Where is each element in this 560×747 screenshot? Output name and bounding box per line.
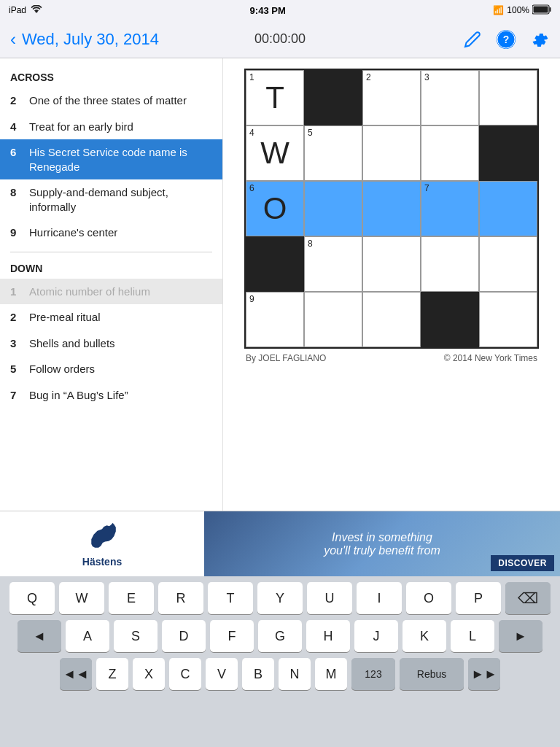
back-button[interactable]: ‹ <box>10 31 16 48</box>
clue-across-9[interactable]: 9 Hurricane's center <box>0 220 222 246</box>
cell-r1c3[interactable]: 2 <box>362 70 421 125</box>
clue-num: 4 <box>10 120 22 134</box>
key-123[interactable]: 123 <box>351 658 395 690</box>
key-i[interactable]: I <box>357 582 402 614</box>
ad-right[interactable]: Invest in something you'll truly benefit… <box>204 511 560 577</box>
header: ‹ Wed, July 30, 2014 00:00:00 ? <box>0 20 560 58</box>
key-q[interactable]: Q <box>9 582 55 614</box>
cell-r1c4[interactable]: 3 <box>421 70 479 125</box>
clue-across-8[interactable]: 8 Supply-and-demand subject, informally <box>0 179 222 220</box>
key-backspace[interactable]: ⌫ <box>505 582 551 614</box>
down-header: DOWN <box>0 258 222 279</box>
key-g[interactable]: G <box>258 620 302 652</box>
key-m[interactable]: M <box>315 658 347 690</box>
cell-r5c5[interactable] <box>479 292 537 347</box>
key-y[interactable]: Y <box>257 582 303 614</box>
cell-r2c2[interactable]: 5 <box>304 125 362 181</box>
clue-down-2[interactable]: 2 Pre-meal ritual <box>0 304 222 330</box>
ad-horse-icon <box>77 520 128 553</box>
clue-text: Pre-meal ritual <box>29 310 212 325</box>
clue-down-3[interactable]: 3 Shells and bullets <box>0 330 222 357</box>
status-right: 📶 100% <box>493 4 551 17</box>
key-next[interactable]: ► <box>499 620 542 652</box>
key-a[interactable]: A <box>66 620 109 652</box>
cell-r3c1[interactable]: 6 O <box>246 181 304 236</box>
bluetooth-icon: 📶 <box>493 5 504 15</box>
svg-rect-2 <box>534 6 548 12</box>
clue-text: Atomic number of helium <box>29 285 212 299</box>
keyboard-row-2: ◄ A S D F G H J K L ► <box>3 620 557 652</box>
key-n[interactable]: N <box>279 658 311 690</box>
clue-text: Follow orders <box>29 362 212 376</box>
key-d[interactable]: D <box>162 620 206 652</box>
key-prev2[interactable]: ◄◄ <box>60 658 92 690</box>
key-next2[interactable]: ►► <box>468 658 500 690</box>
battery-label: 100% <box>507 5 529 15</box>
ad-discover-button[interactable]: DISCOVER <box>491 555 554 571</box>
key-b[interactable]: B <box>242 658 274 690</box>
key-z[interactable]: Z <box>96 658 128 690</box>
clue-text: One of the three states of matter <box>29 93 212 108</box>
cell-r5c2[interactable] <box>304 292 362 347</box>
cell-r5c3[interactable] <box>362 292 421 347</box>
header-icons: ? <box>370 29 550 50</box>
cell-r4c5[interactable] <box>479 236 537 292</box>
cell-r3c4[interactable]: 7 <box>421 181 479 236</box>
key-p[interactable]: P <box>456 582 501 614</box>
key-t[interactable]: T <box>208 582 253 614</box>
cell-r3c2[interactable] <box>304 181 362 236</box>
clue-down-1[interactable]: 1 Atomic number of helium <box>0 279 222 305</box>
across-header: ACROSS <box>0 67 222 88</box>
cell-r4c2[interactable]: 8 <box>304 236 362 292</box>
cell-r2c1[interactable]: 4 W <box>246 125 304 181</box>
ad-banner[interactable]: Hästens Invest in something you'll truly… <box>0 511 560 576</box>
cell-r4c3[interactable] <box>362 236 421 292</box>
edit-button[interactable] <box>462 29 483 50</box>
key-prev[interactable]: ◄ <box>18 620 61 652</box>
keyboard: Q W E R T Y U I O P ⌫ ◄ A S D F G H J K … <box>0 576 560 699</box>
clue-num: 8 <box>10 185 22 214</box>
cell-r5c1[interactable]: 9 <box>246 292 304 347</box>
key-f[interactable]: F <box>210 620 254 652</box>
crossword-grid[interactable]: 1 T 2 3 4 W 5 <box>244 69 539 349</box>
cell-r4c4[interactable] <box>421 236 479 292</box>
cell-r2c4[interactable] <box>421 125 479 181</box>
bottom-bar <box>0 699 560 706</box>
settings-button[interactable] <box>529 29 550 50</box>
clue-down-5[interactable]: 5 Follow orders <box>0 356 222 382</box>
svg-rect-1 <box>550 7 551 12</box>
key-w[interactable]: W <box>59 582 104 614</box>
cell-r3c3[interactable] <box>362 181 421 236</box>
clue-down-7[interactable]: 7 Bug in “A Bug’s Life” <box>0 382 222 409</box>
clue-num: 1 <box>10 285 22 299</box>
help-button[interactable]: ? <box>496 29 516 50</box>
key-k[interactable]: K <box>402 620 446 652</box>
key-v[interactable]: V <box>206 658 238 690</box>
key-o[interactable]: O <box>406 582 451 614</box>
key-e[interactable]: E <box>109 582 154 614</box>
grid-credit: By JOEL FAGLIANO © 2014 New York Times <box>244 353 539 363</box>
clue-across-2[interactable]: 2 One of the three states of matter <box>0 88 222 114</box>
status-bar: iPad 9:43 PM 📶 100% <box>0 0 560 20</box>
wifi-icon <box>31 5 42 16</box>
key-h[interactable]: H <box>306 620 350 652</box>
grid-container: 1 T 2 3 4 W 5 <box>244 69 539 363</box>
key-j[interactable]: J <box>354 620 398 652</box>
key-x[interactable]: X <box>133 658 165 690</box>
key-rebus[interactable]: Rebus <box>400 658 464 690</box>
key-u[interactable]: U <box>307 582 352 614</box>
key-c[interactable]: C <box>169 658 201 690</box>
key-l[interactable]: L <box>451 620 494 652</box>
clue-panel: ACROSS 2 One of the three states of matt… <box>0 58 223 511</box>
cell-r2c3[interactable] <box>362 125 421 181</box>
clue-across-4[interactable]: 4 Treat for an early bird <box>0 114 222 140</box>
clue-text: His Secret Service code name is Renegade <box>29 145 212 174</box>
cell-r3c5[interactable] <box>479 181 537 236</box>
clue-across-6[interactable]: 6 His Secret Service code name is Renega… <box>0 139 222 179</box>
cell-r1c5[interactable] <box>479 70 537 125</box>
key-s[interactable]: S <box>114 620 158 652</box>
key-r[interactable]: R <box>158 582 203 614</box>
cell-r1c1[interactable]: 1 T <box>246 70 304 125</box>
clue-num: 6 <box>10 145 22 174</box>
ipad-label: iPad <box>9 5 26 15</box>
